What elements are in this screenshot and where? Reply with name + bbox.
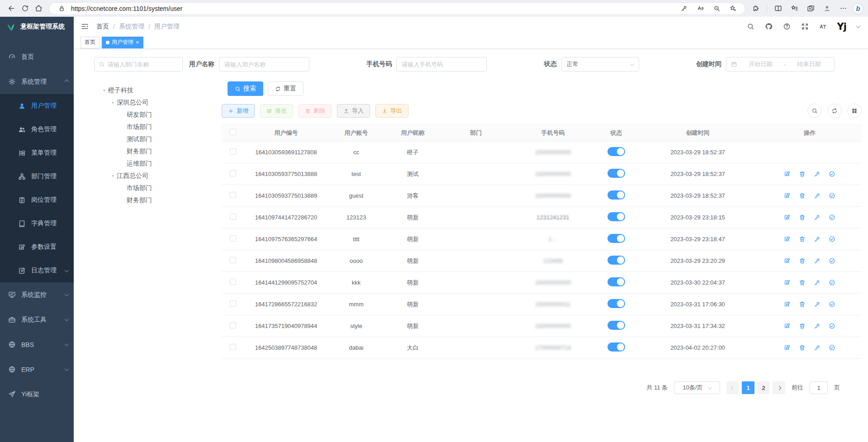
zoom-out-icon[interactable] <box>710 2 723 15</box>
sidebar-item-角色管理[interactable]: 角色管理 <box>0 118 74 141</box>
status-toggle[interactable] <box>607 256 625 265</box>
edit-icon[interactable] <box>784 257 791 264</box>
fullscreen-icon[interactable] <box>801 23 809 30</box>
status-toggle[interactable] <box>607 342 625 352</box>
status-toggle[interactable] <box>607 147 625 156</box>
url-text[interactable]: https://ccnetcore.com:1101/system/user <box>71 5 677 12</box>
edit-icon[interactable] <box>784 279 791 286</box>
collapse-sidebar-icon[interactable] <box>81 22 89 31</box>
reset-button[interactable]: 重置 <box>268 81 304 96</box>
row-checkbox[interactable] <box>230 257 236 263</box>
key-icon[interactable] <box>814 344 821 351</box>
add-button[interactable]: 新增 <box>222 104 255 118</box>
status-toggle[interactable] <box>607 321 625 330</box>
caret-down-icon[interactable]: ▾ <box>103 88 105 93</box>
sidebar-item-系统管理[interactable]: 系统管理 <box>0 69 74 94</box>
split-screen-icon[interactable] <box>771 2 785 15</box>
search-button[interactable]: 搜索 <box>228 81 263 96</box>
key-icon[interactable] <box>814 257 821 264</box>
phone-input[interactable] <box>396 57 487 71</box>
home-icon[interactable] <box>32 2 45 15</box>
key-icon[interactable] <box>814 301 821 308</box>
check-circle-icon[interactable] <box>829 323 835 329</box>
status-toggle[interactable] <box>607 234 625 243</box>
sidebar-item-Yi框架[interactable]: Yi框架 <box>0 382 74 407</box>
sidebar-item-系统监控[interactable]: 系统监控 <box>0 282 74 307</box>
check-circle-icon[interactable] <box>829 214 835 221</box>
lock-icon[interactable] <box>55 2 68 15</box>
trash-icon[interactable] <box>799 301 806 308</box>
dept-search-box[interactable] <box>94 57 183 71</box>
copilot-icon[interactable]: b <box>853 3 863 14</box>
tree-node-市场部门[interactable]: 市场部门 <box>94 121 183 133</box>
sidebar-item-用户管理[interactable]: 用户管理 <box>0 94 74 118</box>
tree-node-测试部门[interactable]: 测试部门 <box>94 133 183 145</box>
trash-icon[interactable] <box>799 236 806 242</box>
caret-down-icon[interactable]: ▾ <box>112 100 114 105</box>
row-checkbox[interactable] <box>230 214 236 220</box>
sidebar-item-ERP[interactable]: ERP <box>0 357 74 382</box>
breadcrumb-item[interactable]: 系统管理 <box>119 23 144 31</box>
key-icon[interactable] <box>814 192 821 199</box>
username-input[interactable] <box>219 57 309 71</box>
status-toggle[interactable] <box>607 212 625 221</box>
tree-node-研发部门[interactable]: 研发部门 <box>94 109 183 121</box>
sidebar-item-菜单管理[interactable]: 菜单管理 <box>0 141 74 165</box>
reload-icon[interactable] <box>18 2 32 15</box>
page-size-select[interactable]: 10条/页 <box>674 381 720 394</box>
favorites-bar-icon[interactable] <box>787 2 801 15</box>
check-circle-icon[interactable] <box>829 236 835 242</box>
column-settings-button[interactable] <box>847 104 862 118</box>
more-icon[interactable] <box>836 2 850 15</box>
table-refresh-button[interactable] <box>827 104 842 118</box>
tree-node-橙子科技[interactable]: ▾橙子科技 <box>94 84 183 96</box>
row-checkbox[interactable] <box>230 322 236 328</box>
status-toggle[interactable] <box>607 169 625 178</box>
edit-icon[interactable] <box>784 236 791 242</box>
check-circle-icon[interactable] <box>829 257 835 264</box>
sidebar-item-参数设置[interactable]: 参数设置 <box>0 235 74 259</box>
row-checkbox[interactable] <box>230 192 236 198</box>
key-icon[interactable] <box>814 279 821 286</box>
tag-用户管理[interactable]: 用户管理× <box>102 37 143 48</box>
search-icon[interactable] <box>747 23 754 30</box>
select-all-checkbox[interactable] <box>230 129 236 135</box>
tag-首页[interactable]: 首页 <box>81 37 100 48</box>
sidebar-item-岗位管理[interactable]: 岗位管理 <box>0 188 74 212</box>
caret-down-icon[interactable]: ▾ <box>112 173 114 178</box>
trash-icon[interactable] <box>799 192 806 199</box>
row-checkbox[interactable] <box>230 148 236 155</box>
user-logo[interactable]: Yj <box>837 21 846 32</box>
edit-icon[interactable] <box>784 323 791 329</box>
row-checkbox[interactable] <box>230 344 236 350</box>
check-circle-icon[interactable] <box>829 279 835 286</box>
export-button[interactable]: 导出 <box>375 104 408 118</box>
read-aloud-icon[interactable] <box>693 2 707 15</box>
tree-node-深圳总公司[interactable]: ▾深圳总公司 <box>94 96 183 109</box>
check-circle-icon[interactable] <box>829 344 835 351</box>
trash-icon[interactable] <box>799 344 806 351</box>
modify-button[interactable]: 修改 <box>260 104 293 118</box>
goto-page-input[interactable] <box>810 381 828 394</box>
edit-icon[interactable] <box>784 301 791 308</box>
row-checkbox[interactable] <box>230 170 236 176</box>
trash-icon[interactable] <box>799 214 806 221</box>
page-button-1[interactable]: 1 <box>742 381 754 394</box>
date-range-picker[interactable]: 开始日期 - 结束日期 <box>726 57 835 71</box>
collections-icon[interactable] <box>804 2 817 15</box>
status-toggle[interactable] <box>607 277 625 286</box>
close-icon[interactable]: × <box>136 39 139 45</box>
sidebar-item-日志管理[interactable]: 日志管理 <box>0 259 74 282</box>
sidebar-item-字典管理[interactable]: 字典管理 <box>0 212 74 235</box>
key-icon[interactable] <box>814 236 821 242</box>
table-search-toggle[interactable] <box>807 104 822 118</box>
edit-icon[interactable] <box>784 344 791 351</box>
prev-page-button[interactable] <box>726 381 739 394</box>
sidebar-item-BBS[interactable]: BBS <box>0 332 74 357</box>
font-size-icon[interactable] <box>819 23 827 30</box>
status-toggle[interactable] <box>607 299 625 308</box>
address-bar[interactable]: https://ccnetcore.com:1101/system/user <box>49 2 745 15</box>
tree-node-财务部门[interactable]: 财务部门 <box>94 145 183 157</box>
tree-node-财务部门[interactable]: 财务部门 <box>94 194 183 206</box>
delete-button[interactable]: 删除 <box>299 104 332 118</box>
